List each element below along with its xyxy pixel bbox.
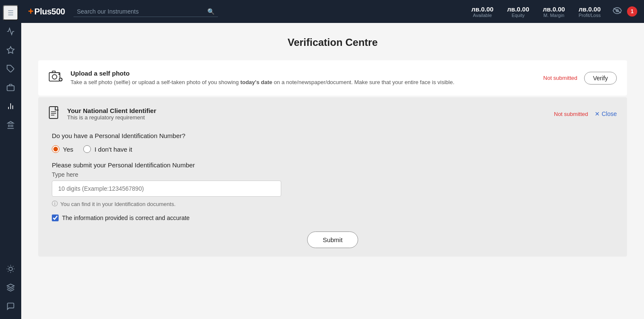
close-button[interactable]: ✕ Close xyxy=(595,110,617,117)
info-icon: ⓘ xyxy=(52,200,58,208)
search-icon: 🔍 xyxy=(207,8,215,15)
svg-point-25 xyxy=(52,75,57,79)
chart-line-icon[interactable] xyxy=(3,24,18,39)
verify-button[interactable]: Verify xyxy=(584,72,617,85)
hint-label: You can find it in your Identification d… xyxy=(60,201,175,207)
document-icon xyxy=(48,106,60,122)
stat-profitloss: лв.0.00 Profit/Loss xyxy=(579,6,601,18)
theme-icon[interactable] xyxy=(3,261,18,277)
nci-info: Your National Client Identifier This is … xyxy=(67,107,547,121)
svg-line-15 xyxy=(8,266,8,267)
radio-no-text: I don't have it xyxy=(94,146,132,153)
stat-equity-value: лв.0.00 xyxy=(507,6,529,13)
pin-input[interactable] xyxy=(52,181,281,197)
logo-text: Plus500 xyxy=(34,7,65,17)
nci-subtitle: This is a regulatory requirement xyxy=(67,114,547,121)
type-here-label: Type here xyxy=(52,171,613,178)
stat-profitloss-label: Profit/Loss xyxy=(579,13,601,18)
hint-text: ⓘ You can find it in your Identification… xyxy=(52,200,613,208)
nav-actions: 1 xyxy=(613,6,637,17)
selfie-desc-2: on a note/newspaper/document. Make sure … xyxy=(272,79,455,85)
submit-button[interactable]: Submit xyxy=(307,231,359,248)
radio-yes-label[interactable]: Yes xyxy=(52,145,73,153)
svg-line-19 xyxy=(8,271,8,271)
nci-status-area: Not submitted ✕ Close xyxy=(554,110,617,117)
svg-marker-0 xyxy=(7,47,14,54)
svg-marker-21 xyxy=(7,284,14,288)
stat-margin: лв.0.00 M. Margin xyxy=(543,6,565,18)
nav-stats: лв.0.00 Available лв.0.00 Equity лв.0.00… xyxy=(472,6,601,18)
selfie-icon xyxy=(48,69,64,87)
checkbox-label: The information provided is correct and … xyxy=(62,215,189,221)
selfie-desc-bold: today's date xyxy=(240,79,272,85)
watchlist-icon[interactable] xyxy=(3,42,18,58)
menu-icon[interactable]: ☰ xyxy=(3,5,18,20)
content-area: Verification Centre Upload a self photo … xyxy=(21,23,644,319)
nci-header: Your National Client Identifier This is … xyxy=(48,106,617,122)
svg-line-16 xyxy=(13,271,13,271)
selfie-status-area: Not submitted Verify xyxy=(543,72,617,85)
tag-icon[interactable] xyxy=(3,61,18,76)
selfie-status-text: Not submitted xyxy=(543,75,577,81)
search-input[interactable] xyxy=(77,8,205,15)
svg-line-23 xyxy=(614,8,621,13)
svg-marker-11 xyxy=(8,121,13,123)
selfie-description: Take a self photo (selfie) or upload a s… xyxy=(71,79,537,86)
svg-rect-24 xyxy=(49,73,60,81)
notification-badge[interactable]: 1 xyxy=(627,6,637,17)
radio-yes-text: Yes xyxy=(63,146,73,153)
submit-area: Submit xyxy=(52,231,613,248)
form-label: Please submit your Personal Identificati… xyxy=(52,161,613,169)
stat-profitloss-value: лв.0.00 xyxy=(579,6,601,13)
svg-point-27 xyxy=(58,73,60,75)
nci-title: Your National Client Identifier xyxy=(67,107,547,114)
portfolio-icon[interactable] xyxy=(3,80,18,95)
checkbox-row: The information provided is correct and … xyxy=(52,215,613,221)
close-x-icon: ✕ xyxy=(595,110,600,117)
radio-no-label[interactable]: I don't have it xyxy=(83,145,132,153)
selfie-title: Upload a self photo xyxy=(71,70,537,77)
radio-group: Yes I don't have it xyxy=(52,145,613,153)
close-label: Close xyxy=(602,110,617,117)
stat-available-value: лв.0.00 xyxy=(472,6,494,13)
logo-plus-symbol: + xyxy=(28,6,34,17)
stat-margin-label: M. Margin xyxy=(543,13,564,18)
stack-icon[interactable] xyxy=(3,280,18,295)
nci-form: Do you have a Personal Identification Nu… xyxy=(48,132,617,248)
stat-equity-label: Equity xyxy=(511,13,525,18)
top-navigation: + Plus500 🔍 лв.0.00 Available лв.0.00 Eq… xyxy=(21,0,644,23)
stat-equity: лв.0.00 Equity xyxy=(507,6,529,18)
selfie-section: Upload a self photo Take a self photo (s… xyxy=(38,60,627,96)
form-question: Do you have a Personal Identification Nu… xyxy=(52,132,613,139)
nci-section: Your National Client Identifier This is … xyxy=(38,97,627,257)
stat-available: лв.0.00 Available xyxy=(472,6,494,18)
nci-status-text: Not submitted xyxy=(554,111,588,117)
selfie-desc-1: Take a self photo (selfie) or upload a s… xyxy=(71,79,240,85)
svg-rect-31 xyxy=(49,107,58,119)
analytics-icon[interactable] xyxy=(3,99,18,114)
radio-no-input[interactable] xyxy=(83,145,91,153)
search-box[interactable]: 🔍 xyxy=(73,6,218,17)
logo: + Plus500 xyxy=(28,6,65,17)
svg-line-20 xyxy=(13,266,13,267)
svg-rect-2 xyxy=(7,86,14,91)
hide-balance-button[interactable] xyxy=(613,7,622,16)
radio-yes-input[interactable] xyxy=(52,145,59,153)
page-title: Verification Centre xyxy=(38,37,627,48)
stat-margin-value: лв.0.00 xyxy=(543,6,565,13)
sidebar: ☰ xyxy=(0,0,21,319)
selfie-info: Upload a self photo Take a self photo (s… xyxy=(71,70,537,86)
svg-rect-26 xyxy=(52,71,55,73)
bank-icon[interactable] xyxy=(3,117,18,133)
stat-available-label: Available xyxy=(473,13,491,18)
main-area: + Plus500 🔍 лв.0.00 Available лв.0.00 Eq… xyxy=(21,0,644,319)
chat-icon[interactable] xyxy=(3,299,18,314)
accuracy-checkbox[interactable] xyxy=(52,215,59,221)
svg-point-12 xyxy=(9,267,12,271)
